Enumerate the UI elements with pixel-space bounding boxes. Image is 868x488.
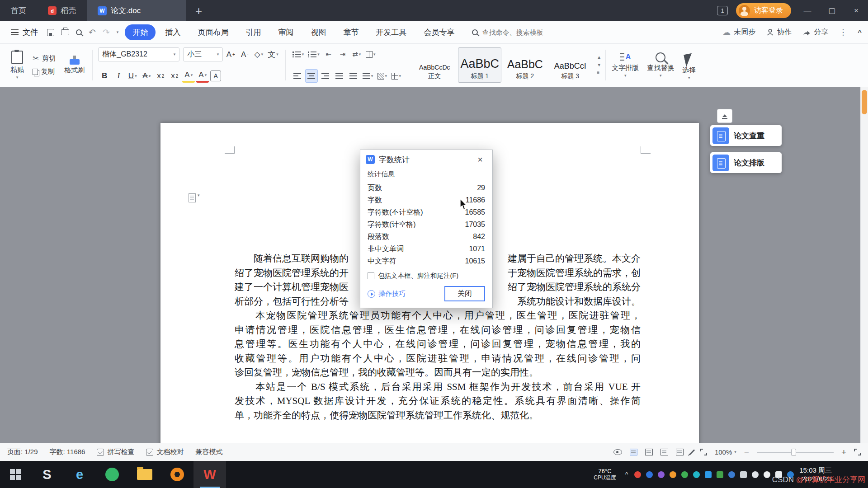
tray-green-square-icon[interactable] <box>717 471 723 478</box>
increase-font-button[interactable]: A+ <box>224 48 237 61</box>
italic-button[interactable]: I <box>112 69 125 83</box>
dialog-titlebar[interactable]: W 字数统计 × <box>360 150 492 169</box>
object-anchor-icon[interactable]: ▾ <box>189 193 200 202</box>
borders-button[interactable]: ▾ <box>390 69 402 83</box>
close-button[interactable]: × <box>848 0 864 21</box>
highlight-color-button[interactable]: A▾ <box>182 69 195 83</box>
shading-button[interactable]: ▾ <box>376 69 388 83</box>
ribbon-tab[interactable]: 开始 <box>125 24 156 40</box>
zoom-level-select[interactable]: 100% ▾ <box>715 448 736 456</box>
ribbon-tab[interactable]: 章节 <box>335 24 366 40</box>
select-button[interactable]: 选择 ▾ <box>678 46 700 84</box>
new-tab-button[interactable]: + <box>195 5 202 17</box>
align-left-button[interactable] <box>291 69 304 83</box>
media-player-icon[interactable] <box>161 461 193 488</box>
page-view-icon[interactable] <box>630 449 637 455</box>
tray-keyboard-icon[interactable] <box>740 471 747 478</box>
tray-red-icon[interactable] <box>634 471 641 478</box>
eye-protect-icon[interactable] <box>613 449 622 455</box>
ribbon-tab[interactable]: 插入 <box>157 24 188 40</box>
proofread-button[interactable]: 文档校对 <box>146 448 184 456</box>
align-center-button[interactable] <box>305 69 318 83</box>
quick-access-dropdown-icon[interactable]: ▾ <box>117 30 119 34</box>
vertical-scrollbar[interactable] <box>860 87 868 443</box>
edit-mode-icon[interactable] <box>689 449 695 455</box>
checkbox-icon[interactable] <box>368 272 374 279</box>
tray-purple-icon[interactable] <box>658 471 665 478</box>
numbered-list-button[interactable]: ▾ <box>307 47 321 61</box>
sync-status[interactable]: ☁ 未同步 <box>722 28 755 37</box>
decrease-indent-button[interactable]: ⇤ <box>322 47 335 61</box>
align-right-button[interactable] <box>319 69 332 83</box>
style-card[interactable]: AaBbC标题 1 <box>458 47 501 83</box>
tray-orange-icon[interactable] <box>670 471 676 478</box>
increase-indent-button[interactable]: ⇥ <box>336 47 349 61</box>
tray-camera-icon[interactable] <box>705 471 712 478</box>
print-icon[interactable] <box>61 29 69 35</box>
window-manager-icon[interactable]: 1 <box>717 6 728 15</box>
subscript-button[interactable]: x2 <box>168 69 181 83</box>
tray-cyan-icon[interactable] <box>693 471 700 478</box>
distribute-button[interactable] <box>347 69 360 83</box>
page-indicator[interactable]: 页面: 1/29 <box>7 448 38 456</box>
style-card[interactable]: AaBbC标题 2 <box>503 47 547 83</box>
outline-view-icon[interactable] <box>645 449 653 455</box>
command-search[interactable] <box>472 28 561 36</box>
zoom-in-button[interactable]: + <box>841 448 846 456</box>
undo-icon[interactable]: ↶ <box>89 28 96 37</box>
more-menu-icon[interactable]: ⋮ <box>839 28 847 37</box>
paragraph-layout-button[interactable]: ▾ <box>364 47 377 61</box>
justify-button[interactable] <box>333 69 346 83</box>
web-view-icon[interactable] <box>660 449 668 455</box>
font-size-select[interactable]: 小三 ▾ <box>183 47 223 61</box>
start-button[interactable] <box>0 461 31 488</box>
titlebar-tab[interactable]: W论文.doc <box>87 0 186 21</box>
text-direction-button[interactable]: ⇄▾ <box>350 47 363 61</box>
cut-button[interactable]: ✂ 剪切 <box>33 54 56 63</box>
font-name-select[interactable]: 楷体_GB2312 ▾ <box>98 47 179 61</box>
sogou-icon[interactable]: S <box>31 461 63 488</box>
titlebar-tab[interactable]: 首页 <box>0 0 37 21</box>
dialog-close-icon[interactable]: × <box>473 155 487 165</box>
wps-icon[interactable]: W <box>193 461 226 488</box>
zoom-out-button[interactable]: − <box>744 448 749 456</box>
gallery-up-icon[interactable]: ▲ <box>597 55 601 60</box>
tray-volume-icon[interactable] <box>764 471 770 478</box>
collapse-ribbon-icon[interactable]: ^ <box>858 28 862 36</box>
word-count-indicator[interactable]: 字数: 11686 <box>50 448 85 456</box>
panel-collapse-button[interactable] <box>717 109 732 123</box>
print-preview-icon[interactable] <box>76 29 82 35</box>
ribbon-tab[interactable]: 页面布局 <box>190 24 236 40</box>
find-replace-button[interactable]: 查找替换 ▾ <box>643 46 678 84</box>
green-browser-icon[interactable] <box>96 461 128 488</box>
strikethrough-button[interactable]: A▾ <box>140 69 153 83</box>
spell-check-button[interactable]: 拼写检查 <box>97 448 134 456</box>
maximize-button[interactable]: ▢ <box>824 0 840 21</box>
tray-expand-icon[interactable]: ^ <box>625 471 628 478</box>
tray-network-icon[interactable] <box>752 471 759 478</box>
ie-icon[interactable]: e <box>63 461 96 488</box>
read-view-icon[interactable] <box>676 449 684 455</box>
superscript-button[interactable]: x2 <box>154 69 167 83</box>
redo-icon[interactable]: ↷ <box>103 28 110 37</box>
titlebar-tab[interactable]: d稻壳 <box>37 0 87 21</box>
minimize-button[interactable]: — <box>799 0 816 21</box>
tray-blue-shield-icon[interactable] <box>646 471 653 478</box>
ribbon-tab[interactable]: 审阅 <box>270 24 301 40</box>
include-footnotes-checkbox[interactable]: 包括文本框、脚注和尾注(F) <box>368 272 485 280</box>
clear-format-button[interactable]: ◇▾ <box>252 48 265 61</box>
text-layout-button[interactable]: 文字排版 ▾ <box>608 46 643 84</box>
sidebar-action[interactable]: 论文排版 <box>710 152 782 173</box>
gallery-down-icon[interactable]: ▼ <box>597 63 601 67</box>
search-input[interactable] <box>482 28 561 36</box>
sidebar-action[interactable]: 论文查重 <box>710 125 782 146</box>
guest-login-button[interactable]: 访客登录 <box>736 3 791 18</box>
gallery-more-icon[interactable]: ≡ <box>597 70 601 75</box>
fit-page-icon[interactable] <box>700 449 707 455</box>
bullet-list-button[interactable]: ▾ <box>291 47 306 61</box>
tray-green-icon[interactable] <box>681 471 688 478</box>
underline-button[interactable]: U▾ <box>126 69 139 83</box>
style-card[interactable]: AaBbCcI标题 3 <box>548 47 592 83</box>
ribbon-tab[interactable]: 引用 <box>238 24 269 40</box>
ribbon-tab[interactable]: 会员专享 <box>416 24 462 40</box>
